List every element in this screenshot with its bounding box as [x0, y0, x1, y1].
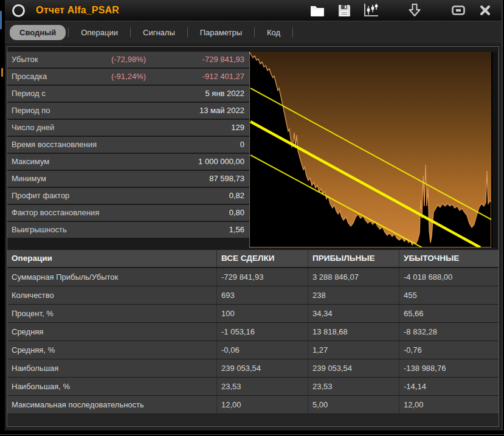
tab-signals[interactable]: Сигналы	[133, 25, 185, 40]
row-label: Средняя, %	[7, 341, 216, 359]
row-label: Максимальная последовательность	[7, 396, 216, 414]
stat-row: Минимум 87 598,73	[7, 171, 249, 187]
summary-stats: Убыток (-72,98%) -729 841,93 Просадка (-…	[7, 52, 249, 247]
report-window: Отчет Alfa_PSAR	[5, 0, 503, 431]
cell-losing: 12,00	[399, 396, 499, 414]
cell-losing: -4 018 688,00	[399, 268, 499, 286]
stat-row: Убыток (-72,98%) -729 841,93	[7, 52, 249, 67]
save-icon[interactable]	[336, 4, 352, 17]
cell-all: 23,53	[216, 378, 308, 395]
background-window-speck	[1, 68, 3, 77]
cell-losing: 455	[399, 286, 499, 304]
close-icon[interactable]	[477, 4, 493, 17]
tab-code[interactable]: Код	[257, 25, 290, 40]
stat-label: Минимум	[12, 174, 46, 183]
stat-row: Выигрышность 1,56	[7, 222, 249, 238]
stat-value: 1,56	[229, 222, 244, 238]
tab-summary[interactable]: Сводный	[10, 25, 66, 40]
row-label: Наибольшая	[7, 359, 216, 377]
stat-value: 5 янв 2022	[205, 86, 245, 102]
stat-row: Период с 5 янв 2022	[7, 86, 249, 102]
cell-profitable: 13 818,68	[308, 323, 399, 341]
stat-label: Период по	[12, 106, 50, 115]
open-folder-icon[interactable]	[309, 4, 325, 17]
stat-value: 87 598,73	[209, 171, 244, 187]
tab-separator	[130, 27, 131, 37]
row-label: Процент, %	[7, 305, 216, 322]
row-label: Наибольшая, %	[7, 378, 216, 395]
tab-parameters[interactable]: Параметры	[190, 25, 252, 40]
window-title: Отчет Alfa_PSAR	[36, 5, 119, 16]
cell-profitable: 5,00	[308, 396, 399, 414]
stat-row: Число дней 129	[7, 120, 249, 136]
table-row: Процент, % 100 34,34 65,66	[7, 305, 499, 322]
summary-panel: Убыток (-72,98%) -729 841,93 Просадка (-…	[7, 46, 499, 427]
table-row: Количество 693 238 455	[7, 286, 499, 304]
minimize-icon[interactable]	[450, 4, 466, 17]
stat-label: Период с	[12, 89, 46, 98]
cell-all: -1 053,16	[216, 323, 308, 341]
stat-label: Время восстановления	[12, 140, 97, 149]
chart-right-gutter	[491, 52, 499, 247]
tab-bar: Сводный Операции Сигналы Параметры Код	[5, 21, 502, 43]
title-bar: Отчет Alfa_PSAR	[5, 0, 502, 21]
table-row: Средняя, % -0,06 1,27 -0,76	[7, 341, 499, 359]
table-row: Наибольшая, % 23,53 23,53 -14,14	[7, 378, 499, 395]
stat-label: Просадка	[12, 72, 47, 81]
stat-label: Убыток	[12, 55, 38, 64]
tab-separator	[254, 27, 255, 37]
column-header: УБЫТОЧНЫЕ	[399, 250, 499, 267]
cell-losing: -14,14	[399, 378, 499, 395]
download-icon[interactable]	[407, 4, 423, 17]
stat-value: 0,82	[229, 188, 244, 204]
cell-losing: 65,66	[399, 305, 499, 322]
cell-profitable: 23,53	[308, 378, 399, 395]
cell-all: 693	[216, 286, 308, 304]
tab-separator	[68, 27, 69, 37]
cell-all: -729 841,93	[216, 268, 308, 286]
chart-icon[interactable]	[363, 4, 379, 17]
cell-all: 239 053,54	[216, 359, 308, 377]
stat-percent: (-91,24%)	[111, 69, 146, 85]
stat-value: 1 000 000,00	[198, 154, 244, 170]
operations-table: Операции ВСЕ СДЕЛКИ ПРИБЫЛЬНЫЕ УБЫТОЧНЫЕ…	[7, 250, 499, 427]
cell-profitable: 239 053,54	[308, 359, 399, 377]
table-empty-area	[7, 414, 499, 427]
cell-all: 100	[216, 305, 308, 322]
stat-row: Время восстановления 0	[7, 137, 249, 153]
background-window-edge	[0, 11, 2, 29]
cell-profitable: 238	[308, 286, 399, 304]
tab-separator	[187, 27, 188, 37]
stat-row: Фактор восстановления 0,80	[7, 205, 249, 221]
cell-losing: -138 988,76	[399, 359, 499, 377]
cell-all: 12,00	[216, 396, 308, 414]
table-row: Суммарная Прибыль/Убыток -729 841,93 3 2…	[7, 268, 499, 286]
table-row: Средняя -1 053,16 13 818,68 -8 832,28	[7, 323, 499, 341]
stat-label: Максимум	[12, 157, 49, 166]
stat-label: Фактор восстановления	[12, 208, 99, 217]
table-row: Максимальная последовательность 12,00 5,…	[7, 396, 499, 414]
tab-separator	[292, 27, 293, 37]
stat-row: Просадка (-91,24%) -912 401,27	[7, 69, 249, 85]
app-logo-icon	[12, 4, 25, 17]
cell-profitable: 3 288 846,07	[308, 268, 399, 286]
cell-profitable: 1,27	[308, 341, 399, 359]
equity-chart	[249, 52, 491, 247]
row-label: Суммарная Прибыль/Убыток	[7, 268, 216, 286]
stat-row: Профит фактор 0,82	[7, 188, 249, 204]
column-header: ВСЕ СДЕЛКИ	[216, 250, 308, 267]
stat-value: -729 841,93	[202, 52, 244, 67]
stat-row: Период по 13 май 2022	[7, 103, 249, 119]
stat-row: Максимум 1 000 000,00	[7, 154, 249, 170]
stat-value: 0,80	[229, 205, 244, 221]
table-header-row: Операции ВСЕ СДЕЛКИ ПРИБЫЛЬНЫЕ УБЫТОЧНЫЕ	[7, 250, 499, 267]
row-label: Количество	[7, 286, 216, 304]
stat-value: 13 май 2022	[199, 103, 244, 119]
column-header: Операции	[7, 250, 216, 267]
tab-operations[interactable]: Операции	[71, 25, 128, 40]
stat-value: 129	[231, 120, 244, 136]
stat-value: -912 401,27	[202, 69, 244, 85]
stat-label: Число дней	[12, 123, 54, 132]
cell-losing: -0,76	[399, 341, 499, 359]
stat-label: Выигрышность	[12, 225, 67, 234]
